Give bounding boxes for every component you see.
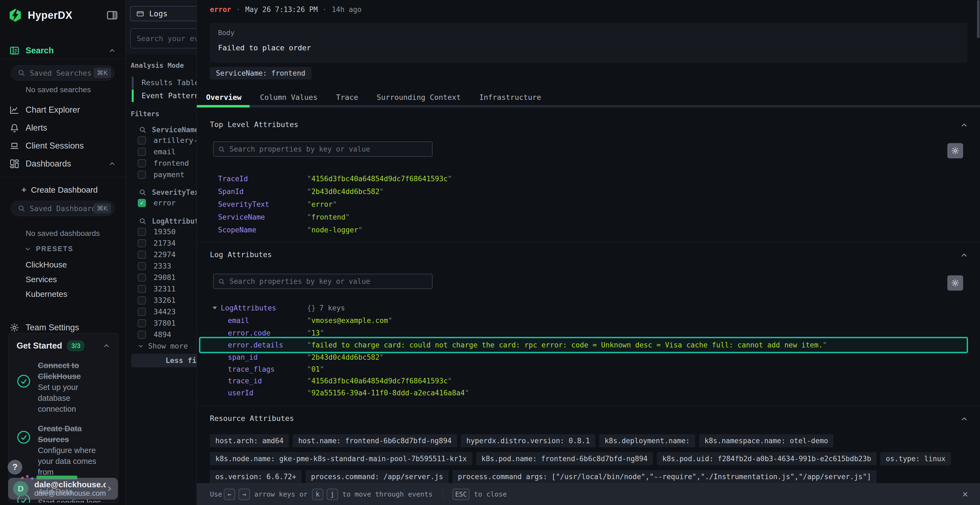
filter-option[interactable]: 34423 xyxy=(138,308,176,316)
filter-group-severitytext[interactable]: SeverityText xyxy=(139,188,197,197)
filter-option[interactable]: 29081 xyxy=(138,273,176,282)
filter-option[interactable]: 19350 xyxy=(138,227,176,236)
close-icon[interactable]: × xyxy=(962,489,968,500)
sidebar-item-client-sessions[interactable]: Client Sessions xyxy=(0,138,126,154)
sidebar-item-dashboards[interactable]: Dashboards xyxy=(0,156,126,172)
event-search-input[interactable] xyxy=(130,29,197,48)
resource-chip[interactable]: k8s.node.name: gke-pme-k8s-standard-main… xyxy=(210,452,472,465)
attr-value[interactable]: error xyxy=(307,200,337,209)
filter-option[interactable]: email xyxy=(138,148,176,156)
top-level-search-input[interactable] xyxy=(214,142,432,156)
mode-results-table[interactable]: Results Table xyxy=(142,78,197,87)
checkbox[interactable] xyxy=(138,285,146,293)
attr-key[interactable]: LogAttributes xyxy=(221,304,276,312)
mode-event-patterns[interactable]: Event Patterns xyxy=(142,91,197,100)
show-more-toggle[interactable]: Show more xyxy=(138,342,188,350)
checkbox[interactable] xyxy=(138,239,146,247)
scrollbar-thumb[interactable] xyxy=(977,0,980,38)
checkbox[interactable] xyxy=(138,251,146,259)
attr-key[interactable]: SeverityText xyxy=(218,200,307,209)
top-level-search-box[interactable] xyxy=(213,141,433,157)
onboarding-step-sources[interactable]: Create Data Sources Configure where your… xyxy=(17,423,110,478)
service-name-chip[interactable]: ServiceName: frontend xyxy=(210,67,312,79)
chevron-up-icon[interactable] xyxy=(103,342,110,349)
filter-option[interactable]: 2333 xyxy=(138,262,171,270)
tab-surrounding-context[interactable]: Surrounding Context xyxy=(368,90,470,105)
attr-value[interactable]: 4156d3fbc40a64854d9dc7f68641593c xyxy=(307,376,452,386)
checkbox[interactable] xyxy=(138,273,146,282)
tab-column-values[interactable]: Column Values xyxy=(251,90,327,105)
attr-value[interactable]: 2b43d0c4dd6bc582 xyxy=(307,187,384,196)
attr-key[interactable]: ServiceName xyxy=(218,213,307,222)
tab-trace[interactable]: Trace xyxy=(327,90,367,105)
attr-key[interactable]: span_id xyxy=(228,353,307,362)
filter-option[interactable]: 33261 xyxy=(138,296,176,305)
checkbox-checked[interactable]: ✓ xyxy=(138,199,146,207)
user-account-chip[interactable]: D dale@clickhouse.com dale@clickhouse.co… xyxy=(8,478,118,500)
resource-chip[interactable]: process.command: /app/server.js xyxy=(305,470,449,483)
filter-group-servicename[interactable]: ServiceName xyxy=(139,126,197,134)
filter-option[interactable]: 37801 xyxy=(138,319,176,327)
sidebar-item-chart-explorer[interactable]: Chart Explorer xyxy=(0,102,126,118)
attr-value[interactable]: 92a55156-39a4-11f0-8ddd-a2eca416a8a4 xyxy=(307,388,469,397)
resource-chip[interactable]: k8s.pod.uid: f284fb2d-a0b3-4634-991b-e2c… xyxy=(657,452,877,465)
top-level-settings-button[interactable] xyxy=(947,143,963,158)
attr-value[interactable]: frontend xyxy=(307,213,350,222)
attr-key[interactable]: trace_flags xyxy=(228,365,307,374)
resource-chip[interactable]: k8s.deployment.name: xyxy=(599,434,695,447)
log-attributes-search-box[interactable] xyxy=(213,274,433,289)
filter-option[interactable]: 22974 xyxy=(138,250,176,259)
resource-chip[interactable]: os.type: linux xyxy=(880,452,951,465)
attr-key[interactable]: error.code xyxy=(228,329,307,338)
checkbox[interactable] xyxy=(138,159,146,167)
log-attributes-settings-button[interactable] xyxy=(947,275,963,291)
filter-option[interactable]: artillery-loa xyxy=(138,136,197,145)
event-search-box[interactable] xyxy=(130,28,197,48)
resource-chip[interactable]: k8s.namespace.name: otel-demo xyxy=(699,434,834,447)
help-button[interactable]: ? xyxy=(8,460,22,475)
sidebar-item-alerts[interactable]: Alerts xyxy=(0,120,126,135)
checkbox[interactable] xyxy=(138,319,146,327)
filter-option[interactable]: payment xyxy=(138,170,185,179)
collapse-section-icon[interactable] xyxy=(960,415,968,423)
attr-key[interactable]: error.details xyxy=(228,340,307,349)
attr-key[interactable]: TraceId xyxy=(218,174,307,183)
saved-dashboards-input[interactable]: Saved Dashboards ⌘K xyxy=(11,201,115,216)
attr-value[interactable]: failed to charge card: could not charge … xyxy=(307,340,827,349)
chevron-up-icon[interactable] xyxy=(109,160,116,167)
attr-key[interactable]: ScopeName xyxy=(218,225,307,235)
resource-chip[interactable]: k8s.pod.name: frontend-6b6c8d7bfd-ng894 xyxy=(476,452,653,465)
attr-value[interactable]: 13 xyxy=(307,329,324,338)
resource-chip[interactable]: os.version: 6.6.72+ xyxy=(210,470,302,483)
collapse-section-icon[interactable] xyxy=(960,251,968,259)
filter-option[interactable]: 4894 xyxy=(138,330,171,339)
attr-value[interactable]: vmoses@example.com xyxy=(307,316,392,325)
sidebar-item-search[interactable]: Search xyxy=(0,43,126,58)
saved-searches-input[interactable]: Saved Searches ⌘K xyxy=(11,65,115,81)
presets-toggle[interactable]: PRESETS xyxy=(24,245,73,253)
attr-key[interactable]: userId xyxy=(228,388,307,397)
caret-down-icon[interactable] xyxy=(213,306,217,310)
log-attributes-root[interactable]: LogAttributes xyxy=(213,304,276,312)
checkbox[interactable] xyxy=(138,136,146,145)
attr-value[interactable]: 2b43d0c4dd6bc582 xyxy=(307,353,384,362)
collapse-section-icon[interactable] xyxy=(960,121,968,129)
preset-clickhouse[interactable]: ClickHouse xyxy=(25,260,67,269)
checkbox[interactable] xyxy=(138,262,146,270)
create-dashboard-button[interactable]: + Create Dashboard xyxy=(21,184,98,195)
filter-option[interactable]: 32311 xyxy=(138,284,176,293)
checkbox[interactable] xyxy=(138,171,146,179)
tab-infrastructure[interactable]: Infrastructure xyxy=(470,90,551,105)
collapse-sidebar-icon[interactable] xyxy=(106,9,118,22)
checkbox[interactable] xyxy=(138,296,146,305)
source-select-button[interactable]: Logs xyxy=(130,6,197,21)
resource-chip[interactable]: hyperdx.distro.version: 0.8.1 xyxy=(461,434,595,447)
filter-option-error[interactable]: ✓error xyxy=(138,199,176,207)
attr-key[interactable]: email xyxy=(228,316,307,325)
attr-value[interactable]: node-logger xyxy=(307,225,363,235)
tab-overview[interactable]: Overview xyxy=(197,90,251,105)
preset-kubernetes[interactable]: Kubernetes xyxy=(25,289,67,299)
resource-chip[interactable]: host.arch: amd64 xyxy=(210,434,289,447)
checkbox[interactable] xyxy=(138,308,146,316)
filter-group-logattributes[interactable]: LogAttributes xyxy=(139,217,197,225)
